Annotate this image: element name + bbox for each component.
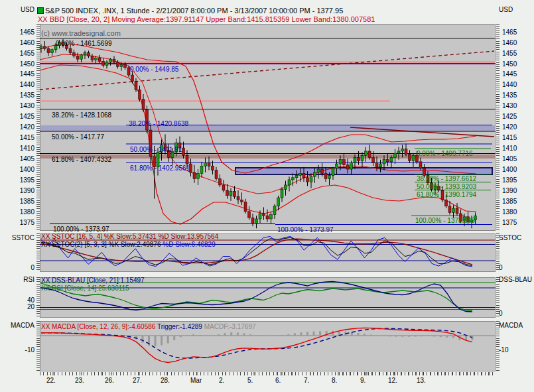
fib-label-green: 61.80% - 1390.1794 [417,191,476,198]
time-axis-label: 23. [75,377,84,384]
right-price-label: 1455 [502,50,517,57]
right-price-label: 1380 [502,208,517,216]
left-price-label: 1385 [3,198,34,205]
fib-label-black: 100.00% - 1373.97 [53,226,109,233]
time-axis-label: 22. [46,377,56,384]
right-price-label: 1400 [502,166,517,173]
macda-macdf-part: MACDF:-3.17697 [204,323,256,330]
left-price-label: 1395 [3,176,34,184]
left-axis-unit: USD [3,6,34,13]
right-price-label: 1410 [502,145,517,152]
fib-label-black: 38.20% - 1428.1068 [52,111,111,119]
time-axis-label: Mar [190,377,202,384]
left-price-ticks [36,24,40,231]
left-price-label: 1430 [3,102,34,109]
left-panel-label--10: -10 [3,346,34,354]
right-price-label: 1390 [502,187,517,194]
time-axis-label: 6. [275,377,281,384]
fib-label-blue: 50.00% - 1411.91 [130,146,182,153]
left-macda-ticks [36,321,40,371]
macda-value-part: XX MACDA [Close, 12, 26, 9]:-4.60586 [41,323,157,330]
right-price-ticks [496,24,500,231]
fib-label-green: 38.20% - 1397.6612 [417,175,476,182]
right-price-label: 1440 [502,81,517,88]
sstoc-title-2[interactable]: XX SSTOC(2) [5, 3, 3] %K Slow:2.49876 %D… [41,241,216,248]
time-axis-label: 26. [105,377,114,384]
left-price-label: 1390 [3,187,34,194]
left-price-label: 1435 [3,92,34,99]
fib-label-black: 61.80% - 1407.4332 [52,156,111,163]
fib-label-black: 50.00% - 1417.77 [52,133,104,141]
bbd-indicator-label[interactable]: XX BBD [Close, 20, 2] Moving Average:139… [38,15,375,23]
left-price-label: 1380 [3,208,34,216]
left-price-label: 1400 [3,166,34,173]
left-panel-label-rsi: RSI [3,276,34,283]
right-price-label: 1435 [502,92,517,99]
left-sstoc-ticks [36,233,40,272]
rsi-title[interactable]: XX RSI [Close, 14]:25.630115 [41,285,129,292]
right-price-label: 1430 [502,102,517,109]
dss-blau-title[interactable]: XX DSS-BLAU [Close, 21]:1.15497 [41,277,145,284]
left-price-label: 1455 [3,50,34,57]
right-price-label: 1460 [502,39,517,46]
macda-title[interactable]: XX MACDA [Close, 12, 26, 9]:-4.60586 Tri… [41,323,256,330]
time-axis-label: 5. [247,377,253,384]
left-panel-label-0: 0 [3,264,34,271]
time-axis-label: 7. [304,377,309,384]
left-price-label: 1425 [3,113,34,120]
left-price-label: 1410 [3,145,34,152]
left-price-label: 1375 [3,219,34,226]
right-price-label: 1445 [502,70,517,78]
fib-label-blue: 0.00% - 1449.85 [130,66,178,73]
fib-label-black: 0.00% - 1461.5699 [56,40,112,47]
sstoc2-blue-part: %D Slow:6.46829 [163,241,216,248]
right-panel-label-0: 0 [499,264,503,271]
time-axis-label: 9. [360,377,366,384]
fib-label-blue: 38.20% - 1420.8638 [129,120,188,127]
time-axis-label: 8. [332,377,337,384]
right-axis-unit: USD [499,6,513,13]
fib-label-blue: 100.00% - 1373.97 [277,226,334,233]
left-dss-ticks [36,277,40,318]
fib-label-green: 0.00% - 1409.7716 [417,150,473,157]
right-price-label: 1415 [502,134,517,141]
left-price-label: 1465 [3,29,34,36]
right-price-label: 1385 [502,198,517,205]
left-price-label: 1450 [3,60,34,68]
time-axis-label: 12. [388,377,397,384]
left-panel-label-macda: MACDA [3,322,34,329]
left-panel-label-sstoc: SSTOC [3,234,34,241]
right-price-label: 1375 [502,219,517,226]
fib-label-blue: 61.80% - 1402.9561 [130,164,190,172]
right-price-label: 1450 [502,60,517,68]
left-price-label: 1445 [3,70,34,78]
right-price-label: 1405 [502,155,517,163]
instrument-icon [37,7,44,14]
left-price-label: 1405 [3,155,34,163]
fib-label-green: 50.00% - 1393.9203 [417,183,476,190]
left-price-label: 1460 [3,39,34,46]
right-price-label: 1420 [502,123,517,131]
charting-app-window: S&P 500 INDEX, .INX, 1 Stunde - 2/21/200… [0,0,534,392]
right-panel-label-macda: MACDA [499,322,523,329]
left-price-label: 1415 [3,134,34,141]
right-price-label: 1465 [502,29,517,36]
right-panel-label-0: 0 [499,310,503,317]
time-axis-label: 2. [219,377,224,384]
sstoc-title-1[interactable]: XX SSTOC [16, 5, 4] %K Slow:5.37431 %D S… [41,233,218,240]
fib-label-green: 100.00% - 1378.069 [415,217,475,224]
main-price-panel[interactable] [40,24,496,231]
left-price-label: 1420 [3,123,34,131]
time-axis-label: 27. [133,377,142,384]
right-panel-label-dss-blau: DSS-BLAU [499,276,532,283]
left-price-label: 1440 [3,81,34,88]
left-panel-label-20: 20 [3,303,34,310]
right-price-label: 1425 [502,113,517,120]
macda-trigger-part: Trigger:-1.4289 [157,323,204,330]
time-axis-ticks [40,372,496,375]
right-panel-label--10: -10 [499,346,508,354]
right-price-label: 1395 [502,176,517,184]
sstoc2-black-part: XX SSTOC(2) [5, 3, 3] %K Slow:2.49876 [41,241,163,248]
right-panel-label-sstoc: SSTOC [499,234,521,241]
chart-title: S&P 500 INDEX, .INX, 1 Stunde - 2/21/200… [45,7,343,15]
